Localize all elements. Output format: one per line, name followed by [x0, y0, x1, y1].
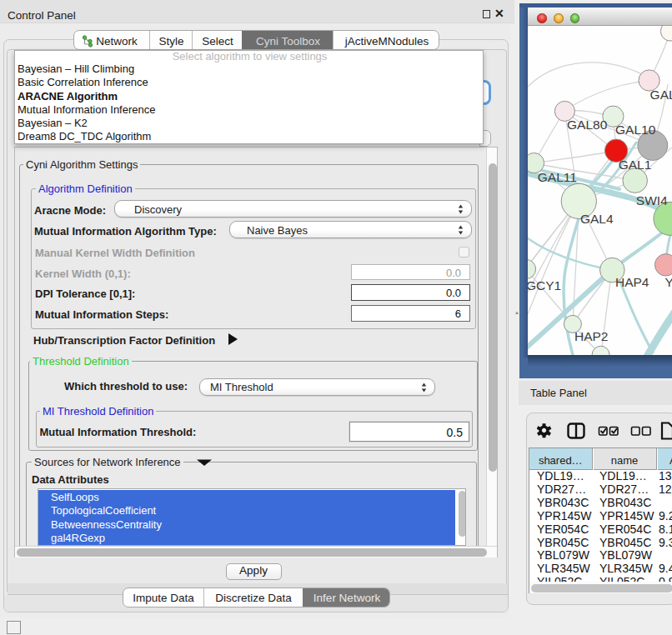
svg-text:GAL1: GAL1 [619, 158, 652, 172]
svg-text:HAP2: HAP2 [574, 329, 609, 343]
svg-text:GAL11: GAL11 [538, 170, 577, 184]
svg-text:YJL: YJL [665, 275, 672, 289]
svg-text:GCY1: GCY1 [528, 278, 561, 292]
svg-text:GAL2: GAL2 [650, 88, 672, 102]
svg-text:GAL80: GAL80 [567, 118, 608, 132]
svg-text:HAP4: HAP4 [615, 275, 649, 289]
svg-text:GAL10: GAL10 [615, 122, 656, 137]
svg-text:SWI4: SWI4 [636, 193, 668, 208]
svg-text:GAL4: GAL4 [580, 212, 614, 226]
